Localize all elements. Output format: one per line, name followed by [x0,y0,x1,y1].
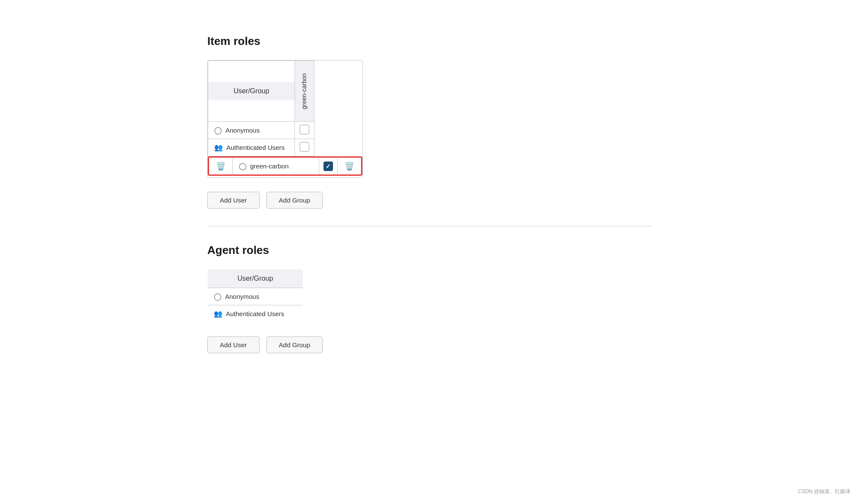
item-roles-table: User/Group green-carbon ◯ [208,60,314,156]
add-user-button[interactable]: Add User [207,192,260,209]
user-name-anonymous: Anonymous [225,127,260,134]
agent-user-name-anonymous: Anonymous [225,293,259,300]
checkbox-green-carbon[interactable]: ✓ [319,158,338,174]
agent-col-header-usergroup: User/Group [208,269,303,288]
table-row: ◯ Anonymous [208,122,314,139]
table-row: 👥 Authenticated Users [208,305,303,323]
add-group-button[interactable]: Add Group [266,192,323,209]
user-cell-authenticated: 👥 Authenticated Users [208,139,295,156]
user-name-green-carbon: green-carbon [250,162,288,170]
col-header-usergroup: User/Group [208,61,295,122]
checked-box[interactable]: ✓ [323,162,333,171]
right-delete-area: 🗑️ [338,158,361,174]
item-roles-title: Item roles [207,35,652,48]
table-row: ◯ Anonymous [208,288,303,305]
trash-icon-right: 🗑️ [345,162,354,171]
item-roles-buttons: Add User Add Group [207,192,652,209]
left-delete-area: 🗑️ [209,158,233,174]
checkbox-anonymous[interactable] [295,122,314,139]
user-name-authenticated: Authenticated Users [226,144,285,151]
item-roles-table-area: User/Group green-carbon ◯ [207,60,652,209]
unchecked-box[interactable] [300,125,309,134]
agent-user-name-authenticated: Authenticated Users [226,310,284,317]
agent-add-user-button[interactable]: Add User [207,336,260,353]
group-icon-authenticated-agent: 👥 [214,310,222,318]
user-icon: ◯ [214,126,222,134]
user-icon-green-carbon: ◯ [239,162,247,170]
agent-add-group-button[interactable]: Add Group [266,336,323,353]
agent-roles-section: Agent roles User/Group ◯ An [0,226,859,371]
group-icon: 👥 [214,143,223,152]
checkbox-authenticated[interactable] [295,139,314,156]
highlighted-green-carbon-row: 🗑️ ◯ green-carbon ✓ 🗑️ [208,156,362,176]
watermark: CSDN @姚落、红颜译 [798,488,850,495]
user-cell-green-carbon: ◯ green-carbon [233,158,319,174]
delete-green-carbon-left-button[interactable]: 🗑️ [212,158,230,174]
page-container: Item roles User/Group green-carbon [0,0,859,504]
unchecked-box[interactable] [300,142,309,152]
item-roles-section: Item roles User/Group green-carbon [0,17,859,226]
agent-roles-buttons: Add User Add Group [207,336,652,353]
trash-icon-left: 🗑️ [216,162,225,171]
agent-user-cell-anonymous: ◯ Anonymous [208,288,303,305]
delete-green-carbon-right-button[interactable]: 🗑️ [340,158,358,174]
agent-roles-title: Agent roles [207,244,652,257]
user-icon-anonymous-agent: ◯ [214,292,222,301]
table-row: 👥 Authenticated Users [208,139,314,156]
agent-roles-table-area: User/Group ◯ Anonymous [207,269,652,353]
agent-user-cell-authenticated: 👥 Authenticated Users [208,305,303,323]
user-cell-anonymous: ◯ Anonymous [208,122,295,139]
agent-roles-table: User/Group ◯ Anonymous [207,269,303,323]
item-roles-table-wrapper: User/Group green-carbon ◯ [207,60,363,178]
col-header-green-carbon: green-carbon [295,61,314,122]
